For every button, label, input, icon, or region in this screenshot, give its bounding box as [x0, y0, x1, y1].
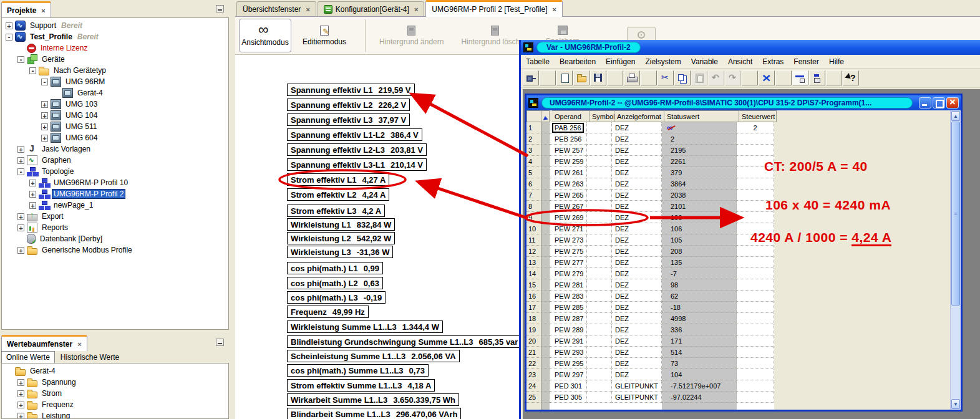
expander-icon[interactable] — [29, 191, 36, 198]
maximize-button[interactable] — [933, 97, 945, 108]
symbol-cell[interactable] — [587, 223, 612, 234]
editor-tab[interactable]: Konfiguration[Gerät-4] × — [318, 1, 425, 16]
table-row[interactable]: 11 PEW 273 DEZ 105 — [526, 234, 950, 246]
control-cell[interactable] — [737, 190, 774, 201]
control-cell[interactable] — [737, 246, 774, 257]
var-toolbar-18-button[interactable] — [826, 70, 842, 85]
expander-icon[interactable] — [17, 157, 24, 164]
control-cell[interactable]: 2 — [737, 122, 774, 133]
var-toolbar-2-button[interactable] — [556, 70, 573, 85]
close-icon[interactable]: × — [414, 6, 418, 13]
symbol-cell[interactable] — [587, 369, 612, 380]
var-toolbar-5-button[interactable] — [607, 70, 623, 85]
status-cell[interactable] — [662, 122, 737, 133]
toolbar-0-button[interactable]: Ansichtmodus — [239, 19, 291, 52]
tree-item[interactable]: UMG96RM-P Profil 10 — [2, 177, 228, 188]
status-cell[interactable]: 2038 — [662, 190, 737, 201]
format-cell[interactable]: DEZ — [612, 133, 662, 145]
format-cell[interactable]: DEZ — [612, 234, 662, 246]
menu-item[interactable]: Einfügen — [601, 57, 640, 66]
var-toolbar-11-button[interactable] — [708, 70, 724, 85]
table-row[interactable]: 13 PEW 277 DEZ 135 — [526, 257, 950, 268]
expander-icon[interactable] — [41, 79, 48, 85]
minimize-icon[interactable] — [216, 339, 224, 346]
table-row[interactable]: 1 PAB 256 DEZ 2 — [526, 122, 950, 133]
format-cell[interactable]: DEZ — [612, 122, 662, 133]
table-row[interactable]: 5 PEW 261 DEZ 379 — [526, 167, 950, 178]
table-row[interactable]: 24 PED 301 GLEITPUNKT -7.512179e+007 — [526, 380, 950, 392]
control-cell[interactable] — [737, 133, 774, 145]
tree-item[interactable]: UMG 104 — [2, 110, 228, 121]
editor-tab[interactable]: UMG96RM-P Profil 2 [Test_Profile] × — [425, 0, 563, 17]
symbol-cell[interactable] — [587, 190, 612, 201]
status-cell[interactable]: 104 — [662, 369, 737, 380]
symbol-cell[interactable] — [587, 201, 612, 212]
var-toolbar-12-button[interactable] — [725, 70, 741, 85]
status-cell[interactable]: 135 — [662, 257, 737, 268]
toolbar-1-button[interactable]: Editiermodus — [296, 24, 352, 48]
var-toolbar-15-button[interactable] — [775, 70, 792, 85]
tree-item[interactable]: Spannung — [2, 377, 228, 388]
format-cell[interactable]: DEZ — [612, 335, 662, 347]
tree-item[interactable]: Support Bereit — [2, 20, 228, 31]
toolbar-3-button[interactable]: Hintergrund ändern — [373, 24, 450, 48]
var-toolbar-6-button[interactable] — [624, 70, 640, 85]
table-row[interactable]: 2 PEB 256 DEZ 2 — [526, 133, 950, 145]
symbol-cell[interactable] — [587, 291, 612, 302]
tree-item[interactable]: Reports — [2, 222, 228, 233]
tree-item[interactable]: Leistung — [2, 410, 228, 419]
expander-icon[interactable] — [17, 379, 24, 386]
format-cell[interactable]: GLEITPUNKT — [612, 380, 662, 392]
operand-cell[interactable]: PAB 256 — [550, 122, 587, 133]
control-cell[interactable] — [737, 257, 774, 268]
symbol-cell[interactable] — [587, 156, 612, 167]
tree-item[interactable]: Generische Modbus Profile — [2, 244, 228, 256]
status-cell[interactable]: -97.02244 — [662, 392, 737, 403]
table-row[interactable]: 25 PED 305 GLEITPUNKT -97.02244 — [526, 392, 950, 403]
table-window-titlebar[interactable]: UMG96RM-Profil-2 -- @UMG96-RM-Profil-8\S… — [526, 95, 961, 110]
symbol-cell[interactable] — [587, 133, 612, 145]
operand-cell[interactable]: PEW 271 — [550, 223, 587, 234]
format-cell[interactable]: GLEITPUNKT — [612, 392, 662, 403]
operand-cell[interactable]: PEW 275 — [550, 246, 587, 257]
column-header[interactable]: Symbol — [589, 110, 614, 122]
control-cell[interactable] — [737, 145, 774, 156]
expander-icon[interactable] — [29, 180, 36, 186]
table-row[interactable]: 9 PEW 269 DEZ 106 — [526, 212, 950, 223]
operand-cell[interactable]: PEW 277 — [550, 257, 587, 268]
tree-item[interactable]: Datenbank [Derby] — [2, 233, 228, 244]
format-cell[interactable]: DEZ — [612, 369, 662, 380]
format-cell[interactable]: DEZ — [612, 212, 662, 223]
format-cell[interactable]: DEZ — [612, 145, 662, 156]
table-row[interactable]: 16 PEW 283 DEZ 62 — [526, 291, 950, 302]
control-cell[interactable] — [737, 324, 774, 335]
format-cell[interactable]: DEZ — [612, 279, 662, 291]
var-toolbar-13-button[interactable] — [742, 70, 758, 85]
operand-cell[interactable]: PEW 269 — [550, 212, 587, 223]
tree-item[interactable]: Geräte — [2, 54, 228, 65]
symbol-cell[interactable] — [587, 145, 612, 156]
control-cell[interactable] — [737, 335, 774, 347]
menu-item[interactable]: Fenster — [788, 57, 824, 66]
column-header[interactable]: Steuerwert — [739, 110, 777, 122]
tree-item[interactable]: Graphen — [2, 155, 228, 166]
expander-icon[interactable] — [17, 413, 24, 419]
var-toolbar-14-button[interactable] — [759, 70, 775, 85]
status-cell[interactable]: 73 — [662, 358, 737, 369]
format-cell[interactable]: DEZ — [612, 167, 662, 178]
table-row[interactable]: 10 PEW 271 DEZ 106 — [526, 223, 950, 234]
table-row[interactable]: 22 PEW 295 DEZ 73 — [526, 358, 950, 369]
status-cell[interactable]: 2195 — [662, 145, 737, 156]
operand-cell[interactable]: PED 301 — [550, 380, 587, 392]
tree-item[interactable]: UMG 103 — [2, 99, 228, 110]
control-cell[interactable] — [737, 313, 774, 324]
symbol-cell[interactable] — [587, 178, 612, 190]
control-cell[interactable] — [737, 268, 774, 279]
table-row[interactable]: 19 PEW 289 DEZ 336 — [526, 324, 950, 335]
table-row[interactable]: 7 PEW 265 DEZ 2038 — [526, 190, 950, 201]
format-cell[interactable]: DEZ — [612, 223, 662, 234]
tree-item[interactable]: Jasic Vorlagen — [2, 143, 228, 155]
control-cell[interactable] — [737, 302, 774, 313]
menu-item[interactable]: Zielsystem — [640, 57, 686, 66]
expander-icon[interactable] — [41, 123, 48, 130]
